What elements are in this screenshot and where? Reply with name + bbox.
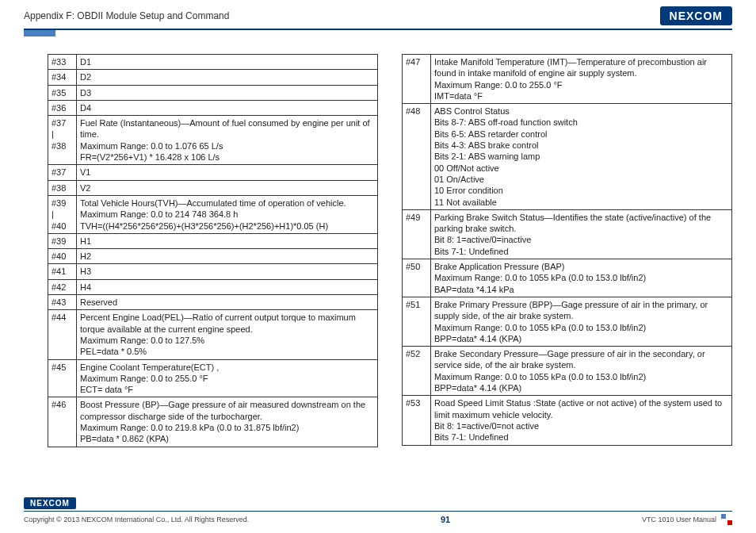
row-desc: D3: [77, 85, 378, 100]
header-title: Appendix F: OBDII Module Setup and Comma…: [24, 10, 229, 21]
table-row: #51Brake Primary Pressure (BPP)—Gage pre…: [403, 297, 732, 346]
content-area: #33D1#34D2#35D3#36D4#37 | #38Fuel Rate (…: [0, 30, 756, 447]
table-row: #50Brake Application Pressure (BAP) Maxi…: [403, 259, 732, 297]
row-desc: H3: [77, 264, 378, 279]
row-desc: Percent Engine Load(PEL)—Ratio of curren…: [77, 310, 378, 359]
row-index: #53: [403, 396, 431, 445]
table-row: #41H3: [48, 264, 378, 279]
table-row: #36D4: [48, 100, 378, 115]
row-desc: V2: [77, 180, 378, 195]
row-index: #48: [403, 104, 431, 210]
row-index: #41: [48, 264, 77, 279]
row-desc: H2: [77, 249, 378, 264]
row-index: #43: [48, 295, 77, 310]
table-row: #43Reserved: [48, 295, 378, 310]
table-row: #37 | #38Fuel Rate (Instantaneous)—Amoun…: [48, 116, 378, 165]
table-row: #39 | #40Total Vehicle Hours(TVH)—Accumu…: [48, 195, 378, 233]
row-desc: Brake Primary Pressure (BPP)—Gage pressu…: [431, 297, 732, 346]
row-index: #38: [48, 180, 77, 195]
row-desc: Engine Coolant Temperature(ECT) , Maximu…: [77, 359, 378, 397]
row-index: #37 | #38: [48, 116, 77, 165]
page-header: Appendix F: OBDII Module Setup and Comma…: [0, 0, 756, 29]
row-index: #39: [48, 233, 77, 248]
row-index: #37: [48, 165, 77, 180]
row-index: #39 | #40: [48, 195, 77, 233]
header-rule: [24, 29, 732, 30]
page-footer: NEXCOM Copyright © 2013 NEXCOM Internati…: [0, 497, 756, 525]
table-row: #35D3: [48, 85, 378, 100]
left-table: #33D1#34D2#35D3#36D4#37 | #38Fuel Rate (…: [48, 54, 378, 447]
copyright-text: Copyright © 2013 NEXCOM International Co…: [24, 516, 249, 523]
row-desc: Reserved: [77, 295, 378, 310]
row-desc: Brake Application Pressure (BAP) Maximum…: [431, 259, 732, 297]
row-desc: H4: [77, 279, 378, 294]
logo-nexcom: NEXCOM: [660, 6, 732, 25]
row-index: #51: [403, 297, 431, 346]
table-row: #38V2: [48, 180, 378, 195]
row-desc: Fuel Rate (Instantaneous)—Amount of fuel…: [77, 116, 378, 165]
row-index: #52: [403, 347, 431, 396]
table-row: #46Boost Pressure (BP)—Gage pressure of …: [48, 397, 378, 447]
left-column: #33D1#34D2#35D3#36D4#37 | #38Fuel Rate (…: [48, 54, 378, 447]
row-index: #49: [403, 209, 431, 259]
row-index: #34: [48, 70, 77, 85]
table-row: #39H1: [48, 233, 378, 248]
row-desc: D1: [77, 55, 378, 70]
footer-decor-icon: [721, 514, 732, 525]
manual-name: VTC 1010 User Manual: [642, 516, 716, 523]
row-index: #36: [48, 100, 77, 115]
row-index: #45: [48, 359, 77, 397]
table-row: #40H2: [48, 249, 378, 264]
footer-logo: NEXCOM: [24, 497, 76, 509]
table-row: #34D2: [48, 70, 378, 85]
table-row: #45Engine Coolant Temperature(ECT) , Max…: [48, 359, 378, 397]
row-index: #50: [403, 259, 431, 297]
row-index: #44: [48, 310, 77, 359]
row-desc: ABS Control Status Bits 8-7: ABS off-roa…: [431, 104, 732, 210]
row-index: #40: [48, 249, 77, 264]
row-desc: V1: [77, 165, 378, 180]
row-desc: D4: [77, 100, 378, 115]
table-row: #52Brake Secondary Pressure—Gage pressur…: [403, 347, 732, 396]
table-row: #33D1: [48, 55, 378, 70]
right-table: #47Intake Manifold Temperature (IMT)—Tem…: [402, 54, 732, 446]
row-index: #33: [48, 55, 77, 70]
row-desc: H1: [77, 233, 378, 248]
row-desc: Road Speed Limit Status :State (active o…: [431, 396, 732, 445]
row-desc: Brake Secondary Pressure—Gage pressure o…: [431, 347, 732, 396]
row-desc: Parking Brake Switch Status—Identifies t…: [431, 209, 732, 259]
page-number: 91: [441, 515, 450, 524]
row-index: #47: [403, 55, 431, 104]
row-index: #35: [48, 85, 77, 100]
table-row: #37V1: [48, 165, 378, 180]
table-row: #48ABS Control Status Bits 8-7: ABS off-…: [403, 104, 732, 210]
row-desc: Boost Pressure (BP)—Gage pressure of air…: [77, 397, 378, 447]
table-row: #49Parking Brake Switch Status—Identifie…: [403, 209, 732, 259]
right-column: #47Intake Manifold Temperature (IMT)—Tem…: [402, 54, 732, 447]
row-index: #42: [48, 279, 77, 294]
row-index: #46: [48, 397, 77, 447]
row-desc: Intake Manifold Temperature (IMT)—Temper…: [431, 55, 732, 104]
table-row: #44Percent Engine Load(PEL)—Ratio of cur…: [48, 310, 378, 359]
table-row: #42H4: [48, 279, 378, 294]
table-row: #47Intake Manifold Temperature (IMT)—Tem…: [403, 55, 732, 104]
table-row: #53Road Speed Limit Status :State (activ…: [403, 396, 732, 445]
row-desc: D2: [77, 70, 378, 85]
row-desc: Total Vehicle Hours(TVH)—Accumulated tim…: [77, 195, 378, 233]
